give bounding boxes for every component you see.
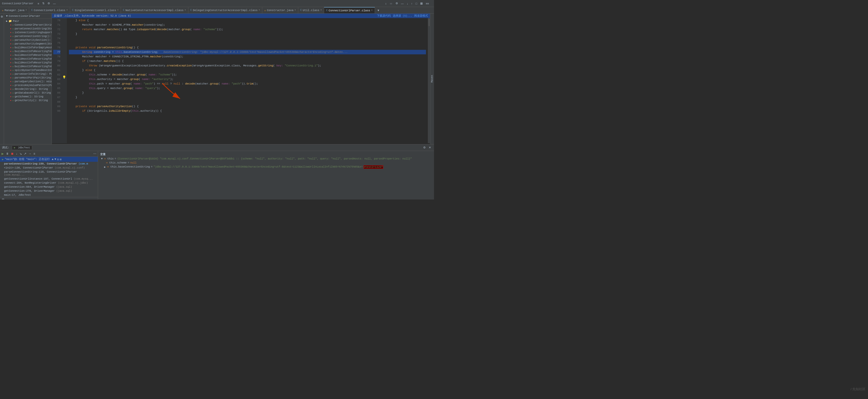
expand-arrow[interactable]: ▶ <box>104 165 105 168</box>
tab-close[interactable]: × <box>66 9 68 11</box>
sidebar-item-parse-conn-string[interactable]: ● m parseConnectionString(String): Conne… <box>4 27 52 31</box>
code-lines[interactable]: } else { Matcher matcher = SCHEME_PTRN.m… <box>67 18 428 143</box>
sidebar-item-parse-host[interactable]: ● m parseHostPortPair(String): Pair<Stri… <box>4 76 52 80</box>
toolbar-btn-2[interactable]: ⇅ <box>41 1 45 5</box>
code-hint: baseConnectionString: "jdbc:mysql://127.… <box>163 50 348 54</box>
tab-singleconnectionurl[interactable]: C SingleConnectionUrl.class × <box>70 7 121 13</box>
toolbar-icon-5[interactable]: ↓ <box>406 1 409 5</box>
tab-util-class[interactable]: C Util.class × <box>298 7 324 13</box>
sidebar-item-parse-auth-seg[interactable]: ● m parseAuthoritySegment(String): void <box>4 42 52 46</box>
step-into-btn[interactable]: ↘ <box>19 151 22 156</box>
resume-btn[interactable]: ▶ <box>1 151 4 156</box>
sidebar-item-build-empty[interactable]: ● m buildHostInfoForEmptyHost(String, St… <box>4 46 52 50</box>
toolbar-icon-2[interactable]: ↑↑ <box>389 1 394 5</box>
sidebar-item-parse-conn-void[interactable]: ● m parseConnectionString(): void <box>4 34 52 38</box>
tab-close[interactable]: × <box>294 9 296 11</box>
left-icon-1[interactable]: ⚙ <box>1 14 3 19</box>
tab-dropdown[interactable]: ▼ <box>376 8 381 12</box>
stack-frame-7[interactable]: getConnection:270, DriverManager (java.s… <box>0 189 98 193</box>
download-source-btn[interactable]: 下载源代码 <box>377 14 391 18</box>
up-arrow[interactable]: ▲ <box>52 158 54 161</box>
tab-nativeconstructor[interactable]: C NativeConstructorAccessorImpl.class × <box>121 7 188 13</box>
step-over-btn[interactable]: ↓ <box>16 151 18 156</box>
stack-frame-5[interactable]: connect:204, NonRegisteringDriver (com.m… <box>0 181 98 185</box>
toolbar-btn-settings[interactable]: ⚙ <box>46 1 51 5</box>
var-this[interactable]: ▼ ∞ this = {ConnectionUrlParser@1028} "c… <box>100 157 432 161</box>
tab-manager-java[interactable]: ☕ Manager.java × <box>0 7 29 13</box>
toolbar-icon-4[interactable]: — <box>400 1 405 5</box>
tab-close[interactable]: × <box>185 9 186 11</box>
stack-frame-8[interactable]: main:17, JdbcTest <box>0 193 98 197</box>
tab-constructor-java[interactable]: ☕ Constructor.java × <box>262 7 298 13</box>
toolbar-icon-3[interactable]: ⚙ <box>395 1 399 5</box>
loop-icon[interactable]: ∞ <box>2 197 4 200</box>
tab-close[interactable]: × <box>320 9 322 11</box>
sidebar-item-parse-query[interactable]: ● m parseQuerySection(): void <box>4 80 52 84</box>
tab-connectionurlparser-class[interactable]: C ConnectionUrlParser.class × <box>324 7 375 13</box>
sidebar-chevron[interactable]: ▼ <box>6 14 8 18</box>
sidebar-item-parse-user[interactable]: ● m parseUserInfo(String): Pair<String, … <box>4 72 52 76</box>
debug-tab-jdbctest[interactable]: ▶ JdbcTest <box>12 145 32 150</box>
ln-83: 83 <box>53 77 60 82</box>
sidebar-item-build-addr[interactable]: ● m buildHostInfoResortingToAddressEqual… <box>4 61 52 65</box>
tab-close[interactable]: × <box>117 9 119 11</box>
thread-item-main[interactable]: ▶ "main"@1 在组 "main": 正在运行 ▲ ▼ ⊡ ⊞ <box>0 157 98 162</box>
sidebar-item-process-kv[interactable]: ● m processKeyValuePattern(Pattern, Stri… <box>4 84 52 87</box>
frame-file: (java.sql) <box>56 189 72 192</box>
stack-frame-2[interactable]: <init>:136, ConnectionUrlParser (com.mys… <box>0 166 98 170</box>
code-fn: getString <box>258 63 273 68</box>
stop-btn[interactable]: ⏹ <box>10 151 14 156</box>
sidebar-item-build-sub[interactable]: ● m buildHostInfoResortingToSubHostsList… <box>4 53 52 57</box>
sidebar-item-is-supported[interactable]: ● m isConnectionStringSupported(String):… <box>4 31 52 34</box>
filter-icon[interactable]: ⊡ <box>57 158 59 161</box>
sidebar-item-getauthority[interactable]: ● m getAuthority(): String <box>4 99 52 102</box>
tab-close[interactable]: × <box>25 9 27 11</box>
toolbar-icon-7[interactable]: □ <box>415 1 418 5</box>
expand-arrow[interactable]: ▼ <box>101 157 102 160</box>
toolbar-btn-min[interactable]: — <box>52 1 57 5</box>
toolbar-icon-1[interactable]: ↕ <box>384 1 388 5</box>
stack-frame-4[interactable]: getConnectionUrlInstance:197, Connection… <box>0 177 98 181</box>
sidebar-item-split[interactable]: ● m splitByUserInfoAndHostInfo(String): … <box>4 68 52 72</box>
var-this-scheme[interactable]: ∞ this.scheme = null <box>100 161 432 165</box>
var-this-baseconn[interactable]: ▶ ∞ this.baseConnectionString = "jdbc:my… <box>100 165 432 169</box>
step-out-btn[interactable]: ↗ <box>23 151 27 156</box>
editor-scrollbar[interactable] <box>428 18 430 143</box>
tab-connectionurl-class[interactable]: C ConnectionUrl.class × <box>29 7 70 13</box>
sidebar-item-build-kv[interactable]: ● m buildHostInfoResortingToKeyValueSynt… <box>4 57 52 61</box>
sidebar-item-build-generic[interactable]: ● m buildHostInfoResortingToGenericSynta… <box>4 65 52 68</box>
stack-frame-6[interactable]: getConnection:664, DriverManager (java.s… <box>0 185 98 189</box>
scrollbar-thumb[interactable] <box>429 19 430 26</box>
sidebar-item-pair[interactable]: ▶ 📁 Pair <box>4 19 52 23</box>
sidebar-item-constructor[interactable]: ● m ConnectionUrlParser(String) <box>4 23 52 27</box>
select-source-btn[interactable]: 选择源 (S)... <box>393 14 412 18</box>
toolbar-icon-6[interactable]: ↑ <box>410 1 414 5</box>
debug-close-btn[interactable]: ✕ <box>428 145 432 150</box>
reader-mode-btn[interactable]: 阅读器模式 <box>414 14 428 18</box>
evaluate-btn[interactable]: ≡ <box>33 151 36 156</box>
toolbar-icon-8[interactable]: ▦ <box>419 1 424 5</box>
code-text: : <box>180 82 185 86</box>
down-arrow[interactable]: ▼ <box>55 158 56 161</box>
sidebar-item-getdb[interactable]: ● m getDatabaseUrl(): String <box>4 91 52 95</box>
code-text <box>69 23 82 27</box>
sidebar-item-build-uri[interactable]: ● m buildHostInfoResortingToUriParser(St… <box>4 50 52 53</box>
toolbar-btn-1[interactable]: ≡ <box>36 1 40 5</box>
tab-delegatingconstructor[interactable]: C DelegatingConstructorAccessorImpl.clas… <box>188 7 262 13</box>
more-btn[interactable]: ⋯ <box>93 151 97 156</box>
tab-close[interactable]: × <box>258 9 260 11</box>
stack-frame-3[interactable]: parseConnectionString:118, ConnectionUrl… <box>0 170 98 177</box>
expand-icon[interactable]: ⊞ <box>60 158 62 161</box>
sidebar-item-decode[interactable]: ● m decode(String): String <box>4 87 52 91</box>
sidebar-item-getscheme[interactable]: ● m getScheme(): String <box>4 95 52 99</box>
maven-label[interactable]: Maven <box>431 75 434 83</box>
sidebar-item-parse-auth[interactable]: ● m parseAuthoritySection(): void <box>4 38 52 42</box>
stack-frame-1[interactable]: parseConnectionString:159, ConnectionUrl… <box>0 162 98 166</box>
toolbar-icon-9[interactable]: ≡≡ <box>425 1 430 5</box>
pause-btn[interactable]: ⏸ <box>5 151 9 156</box>
item-label: parseAuthoritySegment(String): void <box>14 42 52 45</box>
ln-82: 82 <box>53 72 60 77</box>
run-cursor-btn[interactable]: → <box>28 151 32 156</box>
tab-close[interactable]: × <box>371 9 373 12</box>
debug-settings-btn[interactable]: ⚙ <box>422 145 427 150</box>
